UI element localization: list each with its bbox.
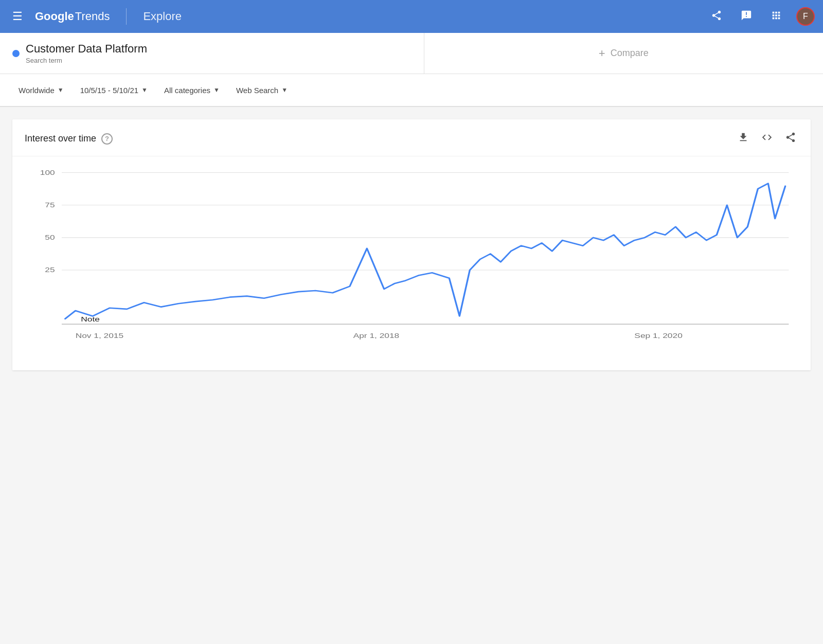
x-label-2018: Apr 1, 2018 (353, 331, 400, 339)
chart-title-group: Interest over time ? (25, 133, 113, 145)
date-range-filter-label: 10/5/15 - 5/10/21 (80, 86, 138, 95)
chart-share-icon[interactable] (783, 130, 798, 148)
location-chevron-icon: ▼ (58, 86, 64, 94)
term-text-group: Customer Data Platform Search term (26, 42, 147, 64)
menu-icon[interactable]: ☰ (8, 6, 27, 27)
embed-icon[interactable] (759, 130, 775, 148)
compare-label: Compare (611, 48, 649, 59)
compare-box[interactable]: + Compare (424, 33, 824, 74)
date-range-chevron-icon: ▼ (141, 86, 148, 94)
x-label-2020: Sep 1, 2020 (634, 331, 683, 339)
share-icon[interactable] (707, 6, 726, 28)
search-term-box[interactable]: Customer Data Platform Search term (0, 33, 424, 74)
feedback-icon[interactable] (737, 6, 756, 28)
chart-svg: 100 75 50 25 Nov 1, 2015 Apr 1, 2018 Sep… (21, 156, 802, 362)
header-actions: F (707, 6, 815, 28)
interest-over-time-card: Interest over time ? (12, 119, 811, 370)
help-icon[interactable]: ? (101, 133, 113, 145)
y-label-50: 50 (45, 234, 55, 241)
category-filter[interactable]: All categories ▼ (158, 82, 226, 99)
chart-svg-container: 100 75 50 25 Nov 1, 2015 Apr 1, 2018 Sep… (21, 156, 802, 362)
location-filter-label: Worldwide (19, 86, 55, 95)
header-divider (126, 8, 127, 25)
search-term-name: Customer Data Platform (26, 42, 147, 56)
logo-google: Google (35, 10, 74, 23)
x-label-2015: Nov 1, 2015 (76, 331, 124, 339)
filter-bar: Worldwide ▼ 10/5/15 - 5/10/21 ▼ All cate… (0, 74, 823, 107)
chart-body: 100 75 50 25 Nov 1, 2015 Apr 1, 2018 Sep… (12, 156, 811, 370)
term-indicator-dot (12, 50, 20, 57)
compare-plus-icon: + (599, 47, 605, 60)
chart-title: Interest over time (25, 133, 96, 144)
location-filter[interactable]: Worldwide ▼ (12, 82, 70, 99)
search-term-type: Search term (26, 57, 147, 64)
chart-actions (736, 130, 798, 148)
explore-title: Explore (143, 10, 182, 23)
download-icon[interactable] (736, 130, 751, 148)
logo: Google Trends (35, 10, 110, 23)
avatar[interactable]: F (796, 7, 815, 26)
interest-line (65, 184, 785, 319)
search-area: Customer Data Platform Search term + Com… (0, 33, 823, 74)
date-range-filter[interactable]: 10/5/15 - 5/10/21 ▼ (74, 82, 154, 99)
y-label-100: 100 (40, 169, 55, 176)
main-content: Interest over time ? (0, 107, 823, 383)
search-type-filter-label: Web Search (236, 86, 278, 95)
category-chevron-icon: ▼ (213, 86, 220, 94)
search-type-chevron-icon: ▼ (281, 86, 288, 94)
logo-trends: Trends (75, 10, 110, 23)
chart-header: Interest over time ? (12, 119, 811, 156)
apps-icon[interactable] (766, 6, 786, 28)
y-label-75: 75 (45, 201, 55, 209)
category-filter-label: All categories (164, 86, 210, 95)
app-header: ☰ Google Trends Explore F (0, 0, 823, 33)
chart-note-label: Note (81, 315, 100, 323)
y-label-25: 25 (45, 266, 55, 274)
search-type-filter[interactable]: Web Search ▼ (230, 82, 294, 99)
